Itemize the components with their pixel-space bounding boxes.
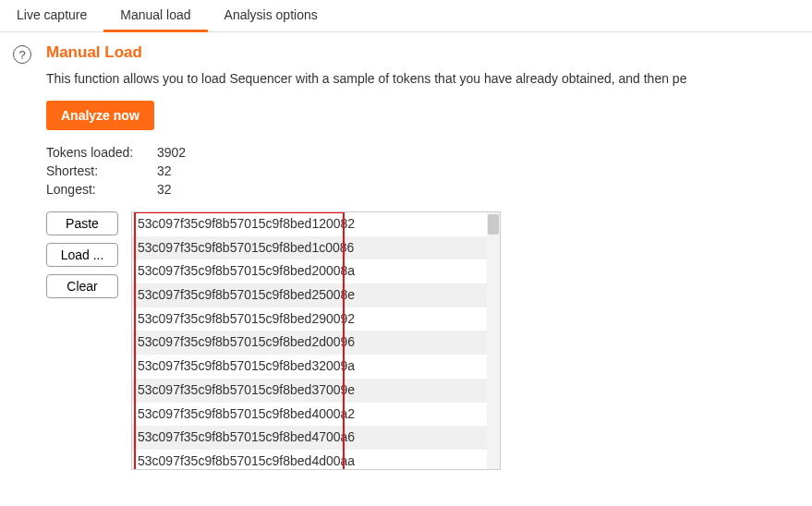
tab-manual-load[interactable]: Manual load: [103, 0, 207, 31]
manual-load-panel: ? Manual Load This function allows you t…: [0, 32, 812, 470]
clear-button[interactable]: Clear: [46, 274, 118, 298]
tokens-loaded-value: 3902: [157, 145, 186, 160]
token-row[interactable]: 53c097f35c9f8b57015c9f8bed2d0096: [132, 331, 500, 355]
token-row[interactable]: 53c097f35c9f8b57015c9f8bed37009e: [132, 379, 500, 403]
section-title: Manual Load: [46, 43, 812, 62]
token-row[interactable]: 53c097f35c9f8b57015c9f8bed20008a: [132, 259, 500, 283]
token-row[interactable]: 53c097f35c9f8b57015c9f8bed1c0086: [132, 236, 500, 260]
token-row[interactable]: 53c097f35c9f8b57015c9f8bed32009a: [132, 355, 500, 379]
longest-value: 32: [157, 182, 172, 197]
paste-button[interactable]: Paste: [46, 211, 118, 235]
tab-live-capture[interactable]: Live capture: [0, 0, 103, 31]
tab-bar: Live capture Manual load Analysis option…: [0, 0, 812, 32]
tab-analysis-options[interactable]: Analysis options: [208, 0, 334, 31]
side-buttons: Paste Load ... Clear: [46, 211, 118, 298]
section-description: This function allows you to load Sequenc…: [46, 71, 812, 86]
token-row[interactable]: 53c097f35c9f8b57015c9f8bed4000a2: [132, 403, 500, 427]
token-list[interactable]: 53c097f35c9f8b57015c9f8bed120082 53c097f…: [131, 211, 501, 470]
token-row[interactable]: 53c097f35c9f8b57015c9f8bed4d00aa: [132, 450, 500, 470]
token-row[interactable]: 53c097f35c9f8b57015c9f8bed290092: [132, 307, 500, 331]
tokens-loaded-label: Tokens loaded:: [46, 145, 157, 160]
token-row[interactable]: 53c097f35c9f8b57015c9f8bed4700a6: [132, 426, 500, 450]
token-row[interactable]: 53c097f35c9f8b57015c9f8bed25008e: [132, 283, 500, 307]
longest-label: Longest:: [46, 182, 157, 197]
token-row[interactable]: 53c097f35c9f8b57015c9f8bed120082: [132, 212, 500, 236]
shortest-value: 32: [157, 163, 172, 178]
shortest-label: Shortest:: [46, 163, 157, 178]
stats-block: Tokens loaded: 3902 Shortest: 32 Longest…: [46, 145, 812, 197]
scrollbar-thumb[interactable]: [488, 214, 499, 235]
scrollbar[interactable]: [487, 212, 500, 469]
help-icon[interactable]: ?: [13, 45, 31, 64]
analyze-now-button[interactable]: Analyze now: [46, 101, 154, 130]
load-area: Paste Load ... Clear 53c097f35c9f8b57015…: [46, 211, 812, 470]
load-button[interactable]: Load ...: [46, 243, 118, 267]
